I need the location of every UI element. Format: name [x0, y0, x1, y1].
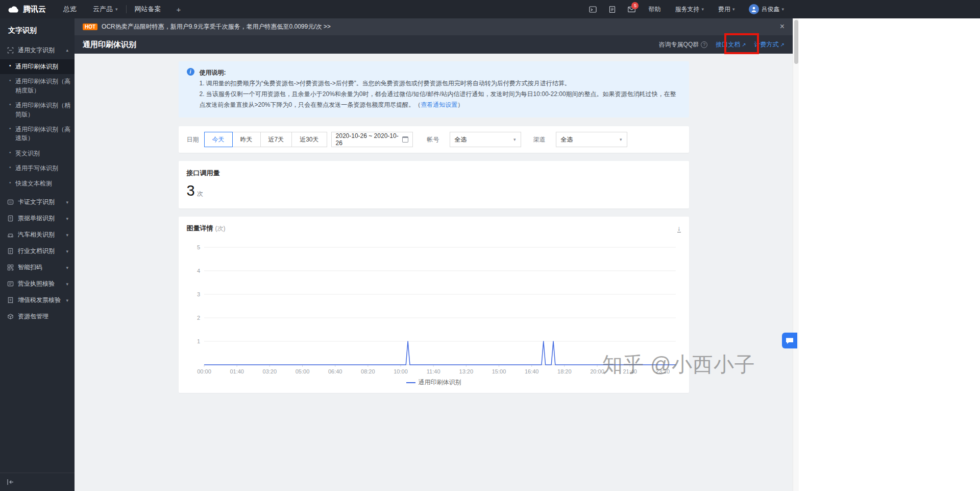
svg-text:08:20: 08:20	[361, 368, 375, 375]
billing-mode-link[interactable]: 计费方式 ↗	[754, 40, 785, 49]
sidebar-item-fast-text-detect[interactable]: 快速文本检测	[0, 176, 75, 191]
calendar-icon	[402, 136, 408, 143]
sidebar-title: 文字识别	[0, 18, 75, 42]
svg-text:3: 3	[197, 291, 200, 297]
chat-bubble-icon	[786, 337, 794, 344]
sidebar-group-smart-scan[interactable]: 智能扫码 ▾	[0, 260, 75, 276]
account-select[interactable]: 全选 ▾	[450, 132, 521, 147]
console-icon[interactable]	[584, 0, 601, 18]
help-link[interactable]: 帮助	[642, 0, 667, 18]
sidebar-group-vehicle-ocr[interactable]: 汽车相关识别 ▾	[0, 227, 75, 243]
legend-line-icon	[406, 382, 415, 383]
nav-item-overview[interactable]: 总览	[55, 0, 85, 18]
vertical-scrollbar[interactable]	[793, 18, 799, 491]
sidebar-group-industry-doc-ocr[interactable]: 行业文档识别 ▾	[0, 243, 75, 260]
svg-text:20:00: 20:00	[590, 368, 604, 375]
document-icon	[7, 248, 14, 254]
svg-text:4: 4	[197, 268, 200, 274]
close-icon[interactable]: ×	[780, 22, 785, 31]
sidebar-item-general-print-ocr-fast[interactable]: 通用印刷体识别（高速版）	[0, 122, 75, 146]
sidebar-item-english-ocr[interactable]: 英文识别	[0, 146, 75, 161]
notice-line-2: 2. 当该服务仅剩一个可用资源包，且余量小于20%和余量为0时，都会通过微信/短…	[200, 89, 681, 110]
chevron-up-icon: ▴	[66, 48, 68, 53]
sidebar-group-general-ocr[interactable]: 通用文字识别 ▴	[0, 42, 75, 58]
svg-text:15:00: 15:00	[492, 368, 506, 375]
page-title: 通用印刷体识别	[83, 40, 136, 50]
brand[interactable]: 腾讯云	[0, 5, 55, 14]
range-7d-button[interactable]: 近7天	[260, 132, 292, 147]
avatar	[749, 4, 759, 14]
sidebar-collapse-button[interactable]	[0, 473, 75, 491]
chevron-down-icon: ▾	[115, 7, 118, 12]
channel-label: 渠道	[533, 135, 546, 144]
license-icon	[7, 280, 14, 287]
svg-text:06:40: 06:40	[328, 368, 342, 375]
chevron-down-icon: ▾	[66, 200, 68, 205]
promo-text[interactable]: OCR热卖产品限时特惠，新用户9.9元享受千次服务，老用户特惠低至0.0099元…	[102, 22, 331, 31]
date-range-button-group: 今天 昨天 近7天 近30天	[204, 132, 327, 147]
sidebar-group-receipt-ocr[interactable]: 票据单据识别 ▾	[0, 211, 75, 227]
chat-support-button[interactable]	[782, 333, 797, 348]
add-tab-button[interactable]: +	[169, 5, 188, 14]
qq-group-link[interactable]: 咨询专属QQ群 ?	[659, 40, 708, 49]
car-icon	[7, 231, 14, 238]
scan-text-icon	[7, 47, 14, 54]
api-docs-link[interactable]: 接口文档 ↗	[716, 40, 746, 49]
billing-menu[interactable]: 费用 ▾	[712, 0, 741, 18]
api-calls-value: 3	[187, 182, 195, 199]
chart-legend[interactable]: 通用印刷体识别	[187, 378, 681, 387]
support-menu[interactable]: 服务支持 ▾	[669, 0, 710, 18]
sidebar-group-card-ocr[interactable]: 卡证文字识别 ▾	[0, 194, 75, 211]
chevron-down-icon: ▾	[620, 137, 622, 142]
header-actions: 咨询专属QQ群 ? 接口文档 ↗ 计费方式 ↗	[659, 40, 785, 49]
scrollbar-thumb[interactable]	[794, 20, 798, 64]
sidebar-item-general-print-ocr-accurate[interactable]: 通用印刷体识别（高精度版）	[0, 74, 75, 98]
notice-title: 使用说明:	[200, 67, 681, 78]
chevron-down-icon: ▾	[732, 7, 735, 12]
collapse-sidebar-icon	[7, 479, 14, 485]
receipt-icon	[7, 215, 14, 222]
range-today-button[interactable]: 今天	[204, 132, 233, 147]
nav-tab-beian[interactable]: 网站备案	[127, 0, 169, 18]
user-menu[interactable]: 吕俊鑫 ▾	[743, 0, 790, 18]
svg-text:13:20: 13:20	[459, 368, 473, 375]
chart-title: 图量详情	[187, 224, 213, 233]
range-30d-button[interactable]: 近30天	[291, 132, 327, 147]
topnav-left: 腾讯云 总览 云产品 ▾ 网站备案 +	[0, 0, 188, 18]
topnav: 腾讯云 总览 云产品 ▾ 网站备案 + 5 帮助 服务支持	[0, 0, 980, 18]
external-link-icon: ↗	[742, 42, 746, 48]
sidebar-item-general-print-ocr-lite[interactable]: 通用印刷体识别（精简版）	[0, 98, 75, 122]
date-range-input[interactable]: 2020-10-26 ~ 2020-10-26	[331, 132, 413, 147]
api-calls-card: 接口调用量 3 次	[179, 161, 689, 208]
chevron-down-icon: ▾	[513, 137, 516, 142]
svg-text:5: 5	[197, 244, 200, 250]
sidebar-item-general-print-ocr[interactable]: 通用印刷体识别	[0, 59, 75, 74]
svg-text:05:00: 05:00	[295, 368, 309, 375]
package-icon	[7, 313, 14, 320]
external-link-icon: ↗	[780, 42, 785, 48]
svg-text:18:20: 18:20	[557, 368, 572, 375]
notification-settings-link[interactable]: 查看通知设置	[421, 101, 457, 108]
svg-text:11:40: 11:40	[426, 368, 440, 375]
sidebar-item-handwriting-ocr[interactable]: 通用手写体识别	[0, 161, 75, 176]
channel-select[interactable]: 全选 ▾	[556, 132, 627, 147]
info-icon: i	[187, 68, 194, 76]
docs-icon[interactable]	[603, 0, 621, 18]
sidebar-submenu: 通用印刷体识别 通用印刷体识别（高精度版） 通用印刷体识别（精简版） 通用印刷体…	[0, 58, 75, 194]
range-yesterday-button[interactable]: 昨天	[232, 132, 261, 147]
account-label: 帐号	[427, 135, 439, 144]
invoice-icon	[7, 297, 14, 303]
sidebar-group-business-license[interactable]: 营业执照核验 ▾	[0, 276, 75, 292]
download-icon[interactable]: ↓	[677, 225, 681, 232]
notice-line-1: 1. 调用量的扣费顺序为“免费资源包->付费资源包->后付费”。当您的免费资源包…	[200, 78, 681, 89]
chevron-down-icon: ▾	[701, 7, 704, 12]
filter-bar: 日期 今天 昨天 近7天 近30天 2020-10-26 ~ 2020-10-2…	[179, 126, 689, 153]
chevron-down-icon: ▾	[66, 249, 68, 254]
mail-icon[interactable]: 5	[623, 0, 640, 18]
sidebar-group-resource-packs[interactable]: 资源包管理	[0, 309, 75, 325]
sidebar-group-vat-invoice[interactable]: 增值税发票核验 ▾	[0, 292, 75, 309]
svg-text:1: 1	[197, 338, 200, 344]
id-card-icon	[7, 199, 14, 205]
svg-text:01:40: 01:40	[230, 368, 244, 375]
nav-item-products[interactable]: 云产品 ▾	[85, 0, 126, 18]
